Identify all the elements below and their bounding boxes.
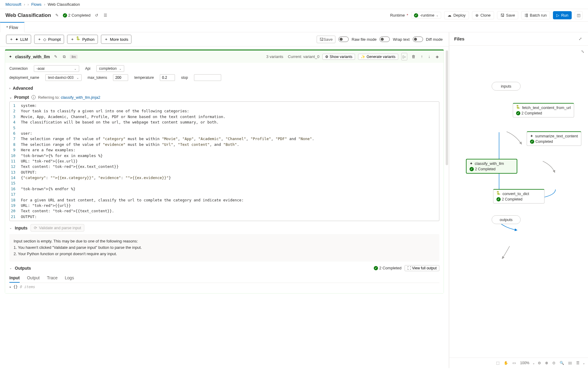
more-tools-button[interactable]: ＋ More tools [101, 35, 132, 44]
add-python-button[interactable]: ＋ Python [67, 35, 98, 44]
chevron-right-icon: › [44, 2, 45, 7]
compact-icon[interactable]: ⫿⫿ [567, 360, 573, 366]
node-classify-with-llm: ✦ classify_with_llm ✎ ⧉ llm 3 variants C… [5, 50, 444, 294]
move-down-button[interactable]: ↓ [427, 53, 431, 60]
graph-canvas[interactable]: ⤡ inputs fetch_text_content_from_url ✓2 … [449, 46, 588, 358]
add-llm-button[interactable]: ＋ ✦ LLM [6, 35, 31, 44]
output-body: ▸ {} 0 items [9, 283, 439, 291]
scrollbar[interactable] [446, 50, 448, 165]
panel-toggle-button[interactable]: ◫ [575, 11, 583, 19]
inputs-header: Inputs [15, 226, 27, 230]
graph-node-convert[interactable]: convert_to_dict ✓2 Completed [493, 189, 544, 204]
toggle-raw-mode[interactable] [338, 37, 349, 42]
advanced-section[interactable]: › Advanced [9, 83, 439, 92]
node-title: classify_with_llm [15, 54, 50, 59]
save-flow-button[interactable]: 🖫 Save [317, 36, 335, 43]
zoom-fit-icon[interactable]: ⊙ [551, 360, 557, 366]
list-view-icon[interactable]: ☰ [575, 360, 581, 366]
expand-panel-button[interactable]: ⤢ [577, 35, 583, 42]
check-icon: ✓ [496, 197, 501, 201]
generate-variants-button[interactable]: ✨Generate variants [358, 54, 398, 60]
view-full-output-button[interactable]: ⛶View full output [405, 265, 439, 271]
breadcrumb-flows[interactable]: Flows [31, 2, 41, 7]
run-node-button[interactable]: ▷ [401, 53, 407, 60]
edit-title-button[interactable]: ✎ [54, 12, 60, 19]
save-button[interactable]: 🖫Save [497, 11, 519, 19]
graph-node-classify[interactable]: ✦classify_with_llm ✓2 Completed [466, 159, 517, 174]
prompt-editor[interactable]: 123456789101112131415161718192021 system… [9, 101, 439, 221]
connection-select[interactable]: -aoai⌄ [34, 65, 79, 72]
llm-icon: ✦ [530, 134, 533, 138]
run-button[interactable]: ▷Run [553, 11, 572, 19]
deployment-select[interactable]: text-davinci-003⌄ [45, 74, 82, 81]
toggle-wrap-label: Wrap text [393, 37, 409, 42]
add-prompt-button[interactable]: ＋ ◇ Prompt [34, 35, 64, 44]
runtime-label: Runtime* [390, 13, 408, 18]
line-gutter: 123456789101112131415161718192021 [10, 102, 18, 221]
copy-icon: ⊕ [475, 13, 479, 18]
max-tokens-label: max_tokens [88, 75, 107, 80]
breadcrumb-root[interactable]: Microsoft [5, 2, 21, 7]
toggle-diff-mode[interactable] [413, 37, 423, 42]
tab-logs[interactable]: Logs [65, 274, 74, 283]
graph-node-inputs[interactable]: inputs [492, 82, 521, 91]
temperature-input[interactable] [160, 74, 175, 81]
zoom-in-icon[interactable]: ⊕ [544, 360, 549, 366]
page-title: Web Classification [5, 12, 51, 18]
run-status-badge: ✓ 2 Completed [63, 13, 91, 18]
referring-label: Referring to: [38, 95, 60, 100]
info-icon: i [31, 95, 36, 99]
check-icon: ✓ [516, 111, 520, 115]
pan-icon[interactable]: ✋ [502, 360, 509, 366]
prompt-icon: ◇ [43, 37, 46, 42]
graph-node-fetch[interactable]: fetch_text_content_from_url ✓2 Completed [513, 103, 574, 117]
variants-meta: 3 variants Current: variant_0 [266, 54, 319, 59]
llm-icon: ✦ [15, 37, 18, 42]
delete-node-button[interactable]: 🗑 [410, 53, 417, 60]
editor-tabs: * Flow [0, 22, 588, 32]
edit-node-name-button[interactable]: ✎ [53, 53, 59, 60]
graph-node-summarize[interactable]: ✦summarize_text_content ✓Completed [527, 131, 581, 146]
breadcrumb-current: Web Classification [48, 2, 80, 7]
toggle-raw-label: Raw file mode [352, 37, 376, 42]
files-title: Files [454, 36, 464, 41]
expand-icon: ⛶ [407, 266, 411, 270]
fit-icon[interactable]: ▭ [511, 360, 517, 366]
api-label: Api [85, 66, 90, 71]
show-variants-button[interactable]: ⚙Show variants [322, 54, 355, 60]
tab-flow[interactable]: * Flow [0, 22, 24, 32]
check-icon: ✓ [470, 167, 474, 171]
deploy-button[interactable]: ☁Deploy [444, 11, 469, 19]
tab-trace[interactable]: Trace [47, 274, 57, 283]
stop-input[interactable] [194, 74, 221, 81]
zoom-out-icon[interactable]: ⊖ [537, 360, 542, 366]
wand-icon: ✨ [361, 55, 365, 59]
refresh-icon: ⟳ [34, 226, 37, 230]
cloud-icon: ☁ [447, 13, 451, 18]
tab-input[interactable]: Input [9, 274, 20, 283]
batch-run-button[interactable]: ⇶Batch run [521, 11, 550, 19]
settings-icon: ⚙ [325, 55, 328, 59]
copy-node-button[interactable]: ⧉ [62, 53, 67, 60]
toggle-diff-label: Diff mode [426, 37, 443, 42]
prompt-file-link[interactable]: classify_with_llm.jinja2 [61, 95, 100, 100]
minimize-graph-button[interactable]: ⤡ [580, 48, 586, 55]
api-select[interactable]: completion⌄ [96, 65, 124, 72]
batch-icon: ⇶ [525, 13, 528, 18]
layout-icon[interactable]: ⬚ [495, 360, 501, 366]
search-graph-icon[interactable]: 🔍 [558, 360, 565, 366]
tab-output[interactable]: Output [27, 274, 40, 283]
locate-node-button[interactable]: ◈ [435, 53, 440, 60]
runtime-select[interactable]: ✓ -runtime ⌄ [411, 12, 441, 19]
move-up-button[interactable]: ↑ [420, 53, 424, 60]
list-button[interactable]: ☰ [102, 12, 108, 19]
clone-button[interactable]: ⊕Clone [472, 11, 494, 19]
toggle-wrap-text[interactable] [380, 37, 390, 42]
prompt-section[interactable]: ⌄ Prompt i Referring to: classify_with_l… [9, 92, 439, 101]
validate-parse-button: ⟳Validate and parse input [31, 224, 84, 232]
max-tokens-input[interactable] [113, 74, 128, 81]
history-button[interactable]: ↺ [94, 12, 99, 19]
graph-node-outputs[interactable]: outputs [492, 215, 521, 224]
code-lines[interactable]: system:Your task is to classify a given … [18, 102, 439, 221]
llm-icon: ✦ [470, 161, 473, 166]
